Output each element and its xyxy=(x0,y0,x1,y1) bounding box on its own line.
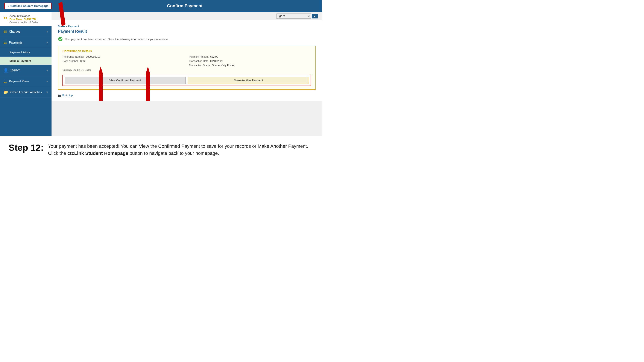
payment-history-label: Payment History xyxy=(10,51,30,54)
sidebar-item-other-activities[interactable]: 📁 Other Account Activities ∨ xyxy=(0,87,52,98)
1098t-label: 1098-T xyxy=(10,69,44,72)
breadcrumb-link[interactable]: Make a Payment xyxy=(58,25,79,28)
tran-date-row: Transaction Date 09/10/2020 xyxy=(189,60,311,63)
breadcrumb: Make a Payment xyxy=(58,25,316,28)
instruction-text2: button to navigate back to your homepage… xyxy=(128,151,219,156)
go-to-top[interactable]: 📷 Go to top xyxy=(58,94,316,97)
pay-amt-value: 632.90 xyxy=(210,55,218,58)
ref-num-row: Reference Number 0000002918 xyxy=(62,55,184,58)
ref-num-value: 0000002918 xyxy=(86,55,100,58)
due-amount: 3,497.76 xyxy=(24,17,36,21)
payment-result-title: Payment Result xyxy=(58,29,316,34)
payment-plans-chevron: ∨ xyxy=(46,80,48,83)
charges-chevron: ∧ xyxy=(46,30,48,33)
make-payment-label: Make a Payment xyxy=(10,59,31,62)
currency-note: Currency used is US Dollar xyxy=(62,69,311,71)
home-button-label: < ctcLink Student Homepage xyxy=(10,4,48,7)
pay-amt-label: Payment Amount xyxy=(189,55,208,58)
sidebar-subitem-payment-history[interactable]: Payment History xyxy=(0,48,52,57)
make-another-payment-button[interactable]: Make Another Payment xyxy=(188,77,309,84)
account-balance-label: Account Balance xyxy=(10,14,38,17)
top-nav: ‹ < ctcLink Student Homepage Confirm Pay… xyxy=(0,0,322,12)
home-button[interactable]: ‹ < ctcLink Student Homepage xyxy=(4,2,52,9)
account-balance-text: Account Balance Due Now 3,497.76 Currenc… xyxy=(10,14,38,23)
confirmation-grid: Reference Number 0000002918 Payment Amou… xyxy=(62,55,311,67)
action-buttons: View Confirmed Payment Make Another Paym… xyxy=(62,75,311,86)
tran-status-label: Transaction Status xyxy=(189,64,210,67)
content-area: go to ► Make a Payment Payment Result xyxy=(52,12,322,136)
success-message: Your payment has been accepted. Save the… xyxy=(58,37,316,41)
payment-plans-label: Payment Plans xyxy=(9,79,44,83)
sidebar-item-charges[interactable]: ☷ Charges ∧ xyxy=(0,26,52,37)
sidebar: ☷ Account Balance Due Now 3,497.76 Curre… xyxy=(0,12,52,136)
content-inner: Make a Payment Payment Result Your payme… xyxy=(52,20,322,101)
success-text: Your payment has been accepted. Save the… xyxy=(65,37,169,41)
payments-label: Payments xyxy=(9,41,44,44)
other-activities-icon: 📁 xyxy=(4,90,8,95)
instruction-section: Step 12: Your payment has been accepted!… xyxy=(0,136,322,163)
confirmation-box: Confirmation Details Reference Number 00… xyxy=(58,46,316,90)
go-to-top-icon: 📷 xyxy=(58,94,61,97)
tran-status-value: Successfully Posted xyxy=(212,64,235,67)
card-num-value: 1234 xyxy=(80,60,86,63)
tran-status-row: Transaction Status Successfully Posted xyxy=(189,64,311,67)
goto-button[interactable]: ► xyxy=(312,14,318,18)
account-balance-due: Due Now 3,497.76 xyxy=(10,17,38,21)
sidebar-item-1098t[interactable]: 👤 1098-T ∨ xyxy=(0,65,52,76)
sidebar-item-payments[interactable]: ☷ Payments ∧ xyxy=(0,37,52,48)
charges-icon: ☷ xyxy=(4,29,7,34)
tran-date-label: Transaction Date xyxy=(189,60,208,63)
other-activities-chevron: ∨ xyxy=(46,91,48,94)
back-arrow-icon: ‹ xyxy=(8,4,8,7)
card-num-row: Card Number 1234 xyxy=(62,60,184,63)
step-text: Your payment has been accepted! You can … xyxy=(48,143,314,157)
payments-icon: ☷ xyxy=(4,40,7,45)
account-balance-icon: ☷ xyxy=(4,15,7,20)
step-label: Step 12: xyxy=(8,143,44,153)
1098t-chevron: ∨ xyxy=(46,69,48,72)
other-activities-label: Other Account Activities xyxy=(10,90,44,94)
instruction-bold: ctcLink Student Homepage xyxy=(68,151,128,156)
card-num-label: Card Number xyxy=(62,60,78,63)
account-balance-box: ☷ Account Balance Due Now 3,497.76 Curre… xyxy=(0,12,52,26)
go-to-top-label: Go to top xyxy=(62,94,72,97)
ref-num-label: Reference Number xyxy=(62,55,84,58)
screenshot-wrapper: ‹ < ctcLink Student Homepage Confirm Pay… xyxy=(0,0,322,136)
goto-bar: go to ► xyxy=(52,12,322,20)
sidebar-item-payment-plans[interactable]: ☷ Payment Plans ∨ xyxy=(0,76,52,87)
payments-chevron: ∧ xyxy=(46,41,48,44)
main-layout: ☷ Account Balance Due Now 3,497.76 Curre… xyxy=(0,12,322,136)
check-icon xyxy=(58,37,63,41)
payment-plans-icon: ☷ xyxy=(4,79,7,84)
sidebar-subitem-make-payment[interactable]: Make a Payment xyxy=(0,57,52,65)
account-balance-currency: Currency used is US Dollar xyxy=(10,21,38,23)
1098t-icon: 👤 xyxy=(4,68,8,73)
view-confirmed-payment-button[interactable]: View Confirmed Payment xyxy=(64,77,186,84)
goto-select[interactable]: go to xyxy=(276,13,311,19)
tran-date-value: 09/10/2020 xyxy=(210,60,223,63)
confirmation-title: Confirmation Details xyxy=(62,49,311,53)
page-title: Confirm Payment xyxy=(52,3,318,8)
pay-amt-row: Payment Amount 632.90 xyxy=(189,55,311,58)
charges-label: Charges xyxy=(9,30,44,33)
